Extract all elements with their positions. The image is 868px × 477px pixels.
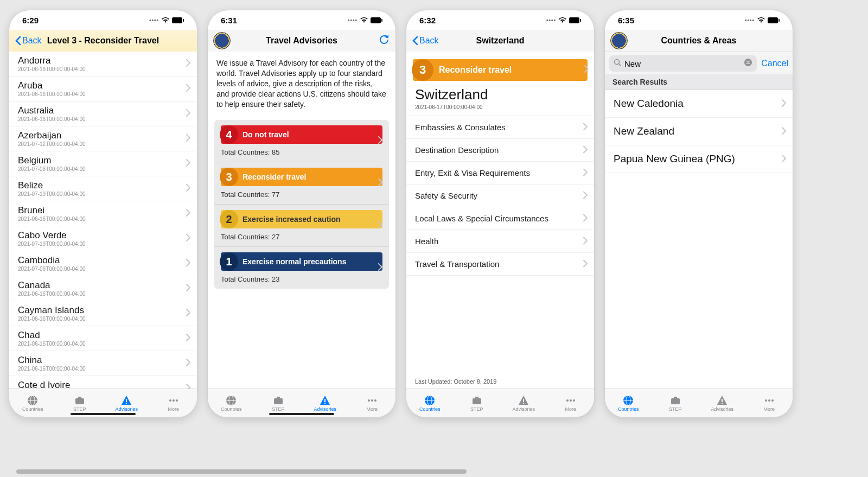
tab-more[interactable]: More (150, 389, 197, 417)
country-name: Belize (18, 180, 188, 191)
advisory-levels-list: 4 Do not travel Total Countries: 85 3 Re… (214, 120, 389, 289)
refresh-button[interactable] (378, 34, 390, 48)
section-row[interactable]: Health (406, 230, 594, 252)
section-label: Safety & Security (415, 191, 477, 200)
refresh-icon (378, 34, 390, 46)
country-row[interactable]: Cambodia 2021-07-06T00:00:00-04:00 (9, 251, 197, 276)
intro-text: We issue a Travel Advisory for each coun… (208, 52, 395, 116)
country-row[interactable]: Canada 2021-06-16T00:00:00-04:00 (9, 276, 197, 301)
state-dept-seal-icon (213, 32, 231, 49)
advisory-banner[interactable]: 3 Reconsider travel (413, 59, 588, 81)
home-indicator[interactable] (269, 413, 334, 415)
result-label: New Zealand (614, 125, 674, 137)
country-date: 2021-06-16T00:00:00-04:00 (18, 291, 188, 297)
search-field[interactable] (609, 55, 757, 72)
result-row[interactable]: Papua New Guinea (PNG) (605, 145, 793, 173)
advisory-level-row[interactable]: 1 Exercise normal precautions Total Coun… (214, 247, 389, 289)
svg-point-11 (176, 399, 178, 402)
cancel-button[interactable]: Cancel (761, 59, 788, 68)
country-row[interactable]: Cayman Islands 2021-06-16T00:00:00-04:00 (9, 301, 197, 326)
advisory-level-row[interactable]: 2 Exercise increased caution Total Count… (214, 205, 389, 247)
section-row[interactable]: Destination Description (406, 138, 594, 161)
section-row[interactable]: Travel & Transportation (406, 252, 594, 276)
tab-advisories[interactable]: Advisories (699, 389, 746, 417)
clear-search-button[interactable] (744, 58, 752, 69)
horizontal-scrollbar[interactable] (16, 469, 467, 474)
more-icon (366, 395, 378, 406)
section-row[interactable]: Safety & Security (406, 184, 594, 207)
home-indicator[interactable] (71, 413, 136, 415)
country-row[interactable]: Cote d Ivoire 2021-06-16T00:00:00-04:00 (9, 376, 197, 389)
search-results-body: Search Results New Caledonia New Zealand… (605, 74, 793, 389)
chevron-right-icon (186, 334, 190, 344)
back-button[interactable]: Back (15, 36, 42, 46)
country-name: Australia (18, 105, 188, 116)
country-name: Cabo Verde (18, 230, 188, 241)
chevron-left-icon (412, 36, 418, 46)
chevron-right-icon (186, 234, 190, 244)
country-row[interactable]: Aruba 2021-06-16T00:00:00-04:00 (9, 77, 197, 101)
country-name: China (18, 355, 188, 366)
section-label: Health (415, 237, 438, 246)
country-row[interactable]: Andorra 2021-06-16T00:00:00-04:00 (9, 52, 197, 77)
country-row[interactable]: Australia 2021-06-16T00:00:00-04:00 (9, 101, 197, 126)
svg-rect-31 (523, 399, 524, 402)
status-icons: •••• (149, 17, 184, 23)
tab-advisories[interactable]: Advisories (500, 389, 547, 417)
section-header: Search Results (605, 74, 793, 90)
chevron-right-icon (583, 145, 588, 155)
tab-countries[interactable]: Countries (208, 389, 255, 417)
country-name: Andorra (18, 55, 188, 66)
country-name: Switzerland (406, 86, 594, 103)
advisory-level-row[interactable]: 4 Do not travel Total Countries: 85 (214, 120, 389, 162)
tab-label: Countries (22, 406, 43, 412)
search-icon (614, 59, 621, 68)
tab-countries[interactable]: Countries (406, 389, 454, 417)
tab-more[interactable]: More (746, 389, 793, 417)
result-row[interactable]: New Zealand (605, 118, 793, 145)
back-button[interactable]: Back (412, 36, 439, 46)
country-row[interactable]: Chad 2021-06-16T00:00:00-04:00 (9, 326, 197, 351)
section-row[interactable]: Entry, Exit & Visa Requirements (406, 161, 594, 184)
briefcase-icon (669, 395, 681, 406)
country-row[interactable]: Belgium 2021-07-06T00:00:00-04:00 (9, 151, 197, 176)
country-row[interactable]: Brunei 2021-06-16T00:00:00-04:00 (9, 201, 197, 226)
tab-countries[interactable]: Countries (9, 389, 56, 417)
svg-rect-12 (371, 17, 381, 23)
section-row[interactable]: Embassies & Consulates (406, 116, 594, 138)
country-row[interactable]: China 2021-06-16T00:00:00-04:00 (9, 351, 197, 376)
country-row[interactable]: Azerbaijan 2021-07-12T00:00:00-04:00 (9, 126, 197, 151)
battery-icon (172, 17, 184, 23)
tab-label: More (366, 406, 378, 412)
country-row[interactable]: Cabo Verde 2021-07-19T00:00:00-04:00 (9, 226, 197, 251)
tab-step[interactable]: STEP (652, 389, 699, 417)
tab-countries[interactable]: Countries (605, 389, 652, 417)
country-date: 2021-06-16T00:00:00-04:00 (18, 341, 188, 347)
tab-label: Advisories (314, 406, 336, 412)
advisories-body: We issue a Travel Advisory for each coun… (208, 52, 395, 389)
section-row[interactable]: Local Laws & Special Circumstances (406, 207, 594, 230)
svg-rect-47 (722, 403, 723, 404)
tab-more[interactable]: More (349, 389, 396, 417)
svg-point-10 (173, 399, 175, 402)
advisory-level-row[interactable]: 3 Reconsider travel Total Countries: 77 (214, 162, 389, 205)
svg-rect-37 (778, 19, 780, 22)
section-label: Embassies & Consulates (415, 123, 506, 132)
country-date: 2021-06-16T00:00:00-04:00 (18, 91, 188, 97)
country-list[interactable]: Andorra 2021-06-16T00:00:00-04:00 Aruba … (9, 52, 197, 389)
result-row[interactable]: New Caledonia (605, 90, 793, 118)
level-label: Exercise increased caution (242, 215, 341, 224)
tab-step[interactable]: STEP (454, 389, 501, 417)
svg-point-21 (368, 399, 370, 402)
tab-label: STEP (669, 406, 682, 412)
chevron-right-icon (782, 153, 786, 165)
tab-more[interactable]: More (547, 389, 595, 417)
search-input[interactable] (623, 59, 744, 69)
battery-icon (569, 17, 581, 23)
level-count: Total Countries: 23 (221, 275, 382, 283)
country-row[interactable]: Belize 2021-07-19T00:00:00-04:00 (9, 176, 197, 201)
country-name: Cote d Ivoire (18, 380, 188, 389)
country-name: Chad (18, 330, 188, 341)
country-detail-body: 3 Reconsider travel Switzerland 2021-06-… (406, 52, 594, 389)
chevron-right-icon (186, 209, 190, 219)
